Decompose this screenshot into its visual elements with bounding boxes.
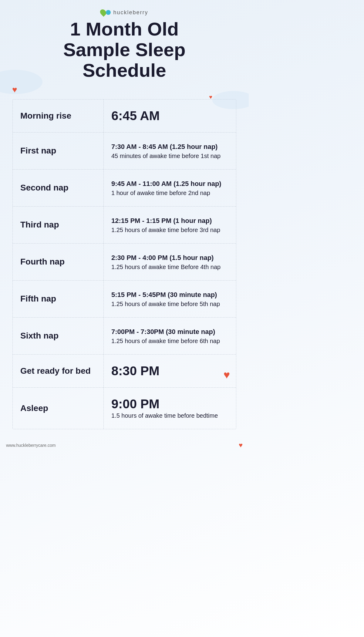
- table-row: Asleep 9:00 PM 1.5 hours of awake time b…: [13, 388, 236, 429]
- row-label-morning-rise: Morning rise: [13, 99, 104, 132]
- footer-url: www.huckleberrycare.com: [6, 443, 56, 448]
- logo-icon: [100, 9, 111, 16]
- row-value-fifth-nap: 5:15 PM - 5:45PM (30 minute nap) 1.25 ho…: [104, 281, 236, 317]
- row-value-morning-rise: 6:45 AM: [104, 99, 236, 132]
- row-value-fourth-nap: 2:30 PM - 4:00 PM (1.5 hour nap) 1.25 ho…: [104, 244, 236, 280]
- row-value-sixth-nap: 7:00PM - 7:30PM (30 minute nap) 1.25 hou…: [104, 318, 236, 354]
- table-row: Fourth nap 2:30 PM - 4:00 PM (1.5 hour n…: [13, 244, 236, 281]
- logo-area: huckleberry: [100, 9, 148, 16]
- table-row: Morning rise 6:45 AM: [13, 99, 236, 133]
- heart-decoration-left: ♥: [12, 85, 17, 95]
- row-label-second-nap: Second nap: [13, 170, 104, 206]
- footer-heart-icon: ♥: [239, 441, 243, 449]
- table-row: Sixth nap 7:00PM - 7:30PM (30 minute nap…: [13, 318, 236, 355]
- row-value-asleep: 9:00 PM 1.5 hours of awake time before b…: [104, 388, 236, 429]
- row-label-fifth-nap: Fifth nap: [13, 281, 104, 317]
- heart-decoration-corner: ♥: [224, 369, 230, 381]
- table-row: Third nap 12:15 PM - 1:15 PM (1 hour nap…: [13, 207, 236, 244]
- row-value-second-nap: 9:45 AM - 11:00 AM (1.25 hour nap) 1 hou…: [104, 170, 236, 206]
- row-label-asleep: Asleep: [13, 388, 104, 429]
- table-row: First nap 7:30 AM - 8:45 AM (1.25 hour n…: [13, 133, 236, 170]
- row-label-sixth-nap: Sixth nap: [13, 318, 104, 354]
- row-value-first-nap: 7:30 AM - 8:45 AM (1.25 hour nap) 45 min…: [104, 133, 236, 169]
- table-row: Get ready for bed 8:30 PM ♥: [13, 355, 236, 388]
- row-label-third-nap: Third nap: [13, 207, 104, 243]
- berry-icon: [106, 10, 111, 15]
- row-value-third-nap: 12:15 PM - 1:15 PM (1 hour nap) 1.25 hou…: [104, 207, 236, 243]
- page-header: huckleberry 1 Month Old Sample Sleep Sch…: [0, 0, 249, 96]
- schedule-table: Morning rise 6:45 AM First nap 7:30 AM -…: [12, 99, 236, 429]
- row-label-get-ready: Get ready for bed: [13, 355, 104, 387]
- row-value-get-ready: 8:30 PM ♥: [104, 355, 236, 387]
- table-row: Second nap 9:45 AM - 11:00 AM (1.25 hour…: [13, 170, 236, 207]
- row-label-first-nap: First nap: [13, 133, 104, 169]
- page-footer: www.huckleberrycare.com ♥: [0, 438, 249, 455]
- leaf-icon: [99, 8, 107, 17]
- row-label-fourth-nap: Fourth nap: [13, 244, 104, 280]
- table-row: Fifth nap 5:15 PM - 5:45PM (30 minute na…: [13, 281, 236, 318]
- page-title: 1 Month Old Sample Sleep Schedule: [63, 19, 185, 81]
- logo-text: huckleberry: [113, 9, 148, 16]
